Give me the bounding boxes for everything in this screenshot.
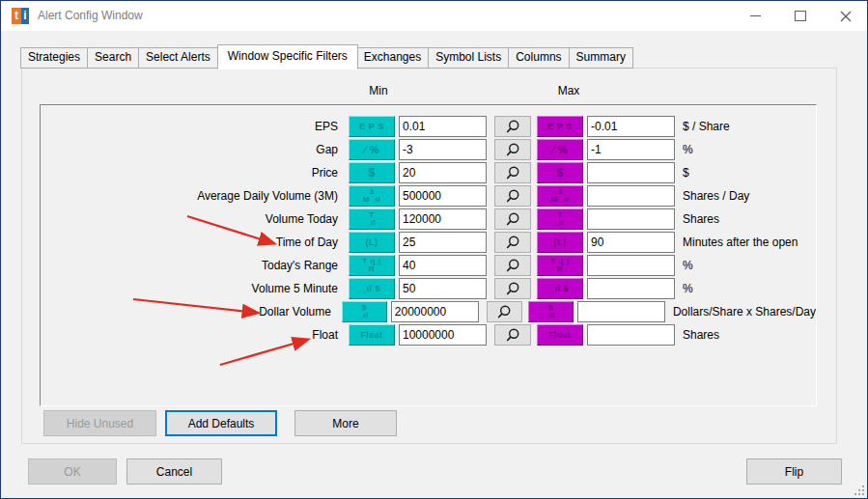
float-min-input[interactable] xyxy=(399,324,487,346)
dollar-volume-icon: $ ˌıl xyxy=(546,304,555,319)
filter-row: Volume Today T ˌıl T ˌıl Shares xyxy=(41,208,816,230)
filter-unit: % xyxy=(683,143,693,156)
time-of-day-max-icon-button[interactable]: (L) xyxy=(537,232,583,253)
float-max-input[interactable] xyxy=(587,324,675,346)
window-title: Alert Config Window xyxy=(38,9,143,22)
volume-5-minute-icon: ˌıl 5 xyxy=(363,285,380,292)
volume-5-minute-max-input[interactable] xyxy=(587,278,675,299)
float-search-button[interactable] xyxy=(494,324,531,346)
gap-search-button[interactable] xyxy=(494,139,531,160)
eps-max-icon-button[interactable]: E P S xyxy=(537,116,583,137)
time-of-day-search-button[interactable] xyxy=(494,232,531,253)
volume-today-min-input[interactable] xyxy=(399,208,487,230)
volume-today-search-button[interactable] xyxy=(494,208,531,230)
magnifier-icon xyxy=(504,142,521,158)
eps-search-button[interactable] xyxy=(494,116,531,137)
filter-row: Float Float Float Shares xyxy=(41,324,816,346)
tab-exchanges[interactable]: Exchanges xyxy=(357,47,429,69)
volume-today-icon: T ˌıl xyxy=(368,211,377,227)
eps-max-input[interactable] xyxy=(587,116,675,137)
todays-range-max-icon-button[interactable]: T ı|ˌ| R xyxy=(537,255,583,276)
price-max-icon-button[interactable]: $ xyxy=(537,162,583,183)
filter-label: Today's Range xyxy=(41,259,343,272)
volume-today-max-input[interactable] xyxy=(587,208,675,230)
more-button[interactable]: More xyxy=(294,410,397,436)
dollar-volume-min-icon-button[interactable]: $ ˌıl xyxy=(342,301,387,322)
time-of-day-min-icon-button[interactable]: (L) xyxy=(349,232,395,253)
avg-daily-volume-max-icon-button[interactable]: 3 M ˌıl xyxy=(537,185,583,207)
filter-rows: EPS E P S E P S $ / Share Gap ∕ % ∕ % % … xyxy=(41,105,816,346)
hide-unused-button[interactable]: Hide Unused xyxy=(43,410,156,436)
avg-daily-volume-max-input[interactable] xyxy=(587,185,675,207)
tab-columns[interactable]: Columns xyxy=(509,47,569,69)
volume-5-minute-min-input[interactable] xyxy=(399,278,487,299)
gap-min-input[interactable] xyxy=(399,139,487,160)
filter-row: EPS E P S E P S $ / Share xyxy=(41,116,816,137)
filter-row: Average Daily Volume (3M) 3 M ˌıl 3 M ˌı… xyxy=(41,185,816,207)
minimize-button[interactable] xyxy=(733,1,777,31)
time-of-day-min-input[interactable] xyxy=(399,232,487,253)
time-of-day-icon: (L) xyxy=(366,238,378,246)
filter-unit: Shares xyxy=(683,212,719,226)
time-of-day-max-input[interactable] xyxy=(587,232,675,253)
eps-min-icon-button[interactable]: E P S xyxy=(349,116,395,137)
eps-min-input[interactable] xyxy=(399,116,487,137)
eps-icon: E P S xyxy=(359,123,383,130)
tab-window-specific-filters[interactable]: Window Specific Filters xyxy=(217,44,358,69)
todays-range-min-icon-button[interactable]: T ı|ˌ| R xyxy=(349,255,395,276)
tab-strategies[interactable]: Strategies xyxy=(20,47,88,69)
todays-range-icon: T ı|ˌ| R xyxy=(362,258,380,273)
filter-label: Volume Today xyxy=(41,212,343,226)
close-button[interactable] xyxy=(824,1,868,31)
gap-max-icon-button[interactable]: ∕ % xyxy=(537,139,583,160)
tab-symbol-lists[interactable]: Symbol Lists xyxy=(429,47,509,69)
alert-config-window: t i Alert Config Window StrategiesSearch… xyxy=(0,0,868,499)
todays-range-search-button[interactable] xyxy=(494,255,531,276)
price-min-input[interactable] xyxy=(399,162,487,183)
todays-range-max-input[interactable] xyxy=(587,255,675,276)
filter-row: Dollar Volume $ ˌıl $ ˌıl Dollars/Share … xyxy=(41,301,816,322)
gap-max-input[interactable] xyxy=(587,139,675,160)
resize-grip[interactable] xyxy=(853,484,864,495)
maximize-button[interactable] xyxy=(778,1,823,31)
filter-row: Gap ∕ % ∕ % % xyxy=(41,139,816,160)
filter-unit: Minutes after the open xyxy=(683,236,798,249)
todays-range-min-input[interactable] xyxy=(399,255,487,276)
filter-row: Time of Day (L) (L) Minutes after the op… xyxy=(41,232,816,253)
volume-today-icon: T ˌıl xyxy=(556,211,565,227)
tab-summary[interactable]: Summary xyxy=(570,47,633,69)
avg-daily-volume-min-input[interactable] xyxy=(399,185,487,207)
tab-select-alerts[interactable]: Select Alerts xyxy=(139,47,218,69)
avg-daily-volume-icon: 3 M ˌıl xyxy=(551,188,570,204)
dollar-volume-min-input[interactable] xyxy=(391,301,479,322)
dollar-volume-max-input[interactable] xyxy=(577,301,665,322)
cancel-button[interactable]: Cancel xyxy=(126,458,222,485)
float-min-icon-button[interactable]: Float xyxy=(349,324,395,346)
minimize-icon xyxy=(750,15,761,16)
volume-5-minute-min-icon-button[interactable]: ˌıl 5 xyxy=(349,278,395,299)
add-defaults-button[interactable]: Add Defaults xyxy=(165,410,277,436)
tab-search[interactable]: Search xyxy=(88,47,139,69)
volume-today-min-icon-button[interactable]: T ˌıl xyxy=(349,208,395,230)
avg-daily-volume-search-button[interactable] xyxy=(494,185,531,207)
todays-range-icon: T ı|ˌ| R xyxy=(550,258,569,273)
dollar-volume-search-button[interactable] xyxy=(487,301,522,322)
price-min-icon-button[interactable]: $ xyxy=(349,162,395,183)
volume-5-minute-search-button[interactable] xyxy=(494,278,531,299)
filter-unit: Dollars/Share x Shares/Day xyxy=(673,305,816,319)
ok-button[interactable]: OK xyxy=(28,458,117,485)
magnifier-icon xyxy=(504,281,521,297)
price-search-button[interactable] xyxy=(494,162,531,183)
filter-unit: % xyxy=(683,259,693,272)
magnifier-icon xyxy=(504,188,521,205)
float-max-icon-button[interactable]: Float xyxy=(537,324,583,346)
flip-button[interactable]: Flip xyxy=(746,458,842,485)
price-max-input[interactable] xyxy=(587,162,675,183)
avg-daily-volume-min-icon-button[interactable]: 3 M ˌıl xyxy=(349,185,395,207)
volume-today-max-icon-button[interactable]: T ˌıl xyxy=(537,208,583,230)
volume-5-minute-max-icon-button[interactable]: ˌıl 5 xyxy=(537,278,583,299)
gap-min-icon-button[interactable]: ∕ % xyxy=(349,139,395,160)
close-icon xyxy=(840,11,852,22)
dollar-volume-max-icon-button[interactable]: $ ˌıl xyxy=(528,301,574,322)
float-icon: Float xyxy=(361,331,383,339)
